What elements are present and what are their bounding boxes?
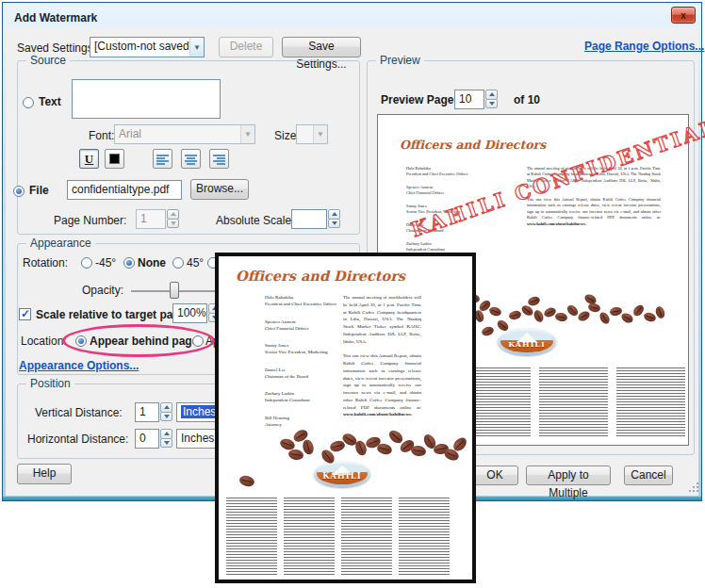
person-entry: Spencer Anstem Chief Financial Officer bbox=[265, 318, 348, 333]
preview-legend: Preview bbox=[376, 54, 424, 67]
vertical-distance-spinner[interactable] bbox=[160, 402, 172, 422]
preview-page-spinner[interactable] bbox=[485, 90, 498, 109]
person-title: Senior Vice President, Marketing bbox=[265, 349, 348, 355]
page-number-spinner[interactable] bbox=[167, 209, 179, 229]
chevron-down-icon: ▼ bbox=[240, 125, 254, 143]
preview-page-label: Preview Page bbox=[381, 93, 453, 106]
font-label: Font: bbox=[89, 129, 114, 142]
page-number-label: Page Number: bbox=[54, 214, 126, 227]
absolute-scale-spinner[interactable] bbox=[328, 209, 340, 229]
font-value: Arial bbox=[119, 127, 141, 140]
callout-doc-paragraphs: The annual meeting of stockholders will … bbox=[343, 294, 421, 418]
saved-settings-value: [Custom-not saved] bbox=[94, 40, 192, 53]
resize-grip[interactable] bbox=[689, 482, 698, 492]
screen: Add Watermark x Saved Settings: [Custom-… bbox=[0, 0, 705, 588]
scale-percent-input[interactable]: 100% bbox=[172, 303, 207, 323]
rotation-minus45-label: -45° bbox=[95, 256, 116, 270]
person-name: Halo Kahakika bbox=[265, 294, 348, 301]
chevron-down-icon: ▼ bbox=[313, 125, 327, 143]
dialog-title: Add Watermark bbox=[14, 11, 97, 24]
page-range-options-link[interactable]: Page Range Options... bbox=[584, 40, 704, 53]
person-title: President and Chief Executive Officer bbox=[406, 172, 519, 177]
browse-button[interactable]: Browse... bbox=[190, 179, 249, 200]
opacity-slider-thumb[interactable] bbox=[170, 282, 179, 299]
doc-body-text-column bbox=[539, 368, 608, 437]
align-center-button[interactable] bbox=[181, 149, 201, 169]
align-left-icon bbox=[156, 154, 169, 165]
align-left-button[interactable] bbox=[153, 149, 172, 169]
file-radio-label: File bbox=[29, 184, 49, 197]
file-name-input[interactable]: confidentialtype.pdf bbox=[67, 180, 182, 200]
person-name: Daniel Lee bbox=[265, 367, 348, 373]
save-settings-button[interactable]: Save Settings... bbox=[282, 37, 361, 57]
preview-page-total: of 10 bbox=[514, 93, 540, 106]
person-name: Bill Henning bbox=[265, 415, 348, 421]
scale-relative-label: Scale relative to target page bbox=[36, 308, 186, 321]
text-radio-label: Text bbox=[39, 95, 61, 108]
align-right-icon bbox=[213, 154, 225, 165]
callout-doc-names: Halo Kahakika President and Chief Execut… bbox=[265, 294, 348, 438]
font-color-button[interactable] bbox=[105, 149, 124, 169]
close-icon[interactable]: x bbox=[671, 7, 696, 24]
scale-relative-checkbox[interactable] bbox=[19, 308, 31, 320]
vertical-distance-input[interactable]: 1 bbox=[135, 402, 159, 422]
delete-button[interactable]: Delete bbox=[219, 37, 273, 57]
person-entry: Zachary Larkin Independent Consultant bbox=[406, 241, 519, 253]
doc-paragraph: You can view this Annual Report, obtain … bbox=[527, 197, 661, 227]
person-entry: Halo Kahakika President and Chief Execut… bbox=[265, 294, 348, 308]
horizontal-distance-input[interactable]: 0 bbox=[135, 429, 159, 449]
apply-to-multiple-button[interactable]: Apply to Multiple bbox=[526, 466, 611, 485]
rotation-none-radio[interactable] bbox=[123, 257, 135, 269]
rotation-45-radio[interactable] bbox=[172, 257, 184, 269]
horizontal-distance-spinner[interactable] bbox=[160, 429, 172, 449]
person-entry: Zachary Larkin Independent Consultant bbox=[265, 390, 348, 404]
rotation-minus45-radio[interactable] bbox=[81, 257, 92, 269]
underline-button[interactable]: U bbox=[79, 149, 99, 169]
help-button[interactable]: Help bbox=[17, 464, 72, 484]
opacity-label: Opacity: bbox=[82, 284, 123, 297]
align-right-button[interactable] bbox=[209, 149, 229, 169]
person-entry: Halo Kahakika President and Chief Execut… bbox=[406, 166, 519, 177]
page-number-input[interactable]: 1 bbox=[136, 209, 166, 229]
cancel-button[interactable]: Cancel bbox=[624, 466, 673, 485]
preview-page-input[interactable]: 10 bbox=[454, 90, 484, 109]
text-radio[interactable] bbox=[23, 97, 34, 108]
vertical-units-value: Inches bbox=[181, 405, 218, 418]
preview-doc-heading: Officers and Directors bbox=[400, 138, 546, 152]
doc-body-text-column bbox=[284, 498, 335, 577]
ok-button[interactable]: OK bbox=[471, 466, 518, 485]
appearance-options-link[interactable]: Appearance Options... bbox=[19, 359, 139, 372]
person-entry: Sunny Jones Senior Vice President, Marke… bbox=[265, 342, 348, 356]
horizontal-distance-label: Horizontal Distance: bbox=[27, 433, 128, 446]
doc-paragraph: You can view this Annual Report, obtain … bbox=[343, 352, 421, 418]
saved-settings-select[interactable]: [Custom-not saved] ▼ bbox=[90, 37, 205, 57]
horizontal-units-value: Inches bbox=[181, 432, 214, 445]
person-title: Independent Consultant bbox=[265, 397, 348, 403]
person-title: Attorney bbox=[265, 421, 348, 428]
saved-settings-label: Saved Settings: bbox=[17, 41, 96, 55]
file-radio[interactable] bbox=[13, 186, 25, 197]
person-name: Sunny Jones bbox=[265, 342, 348, 349]
absolute-scale-input[interactable] bbox=[291, 209, 327, 229]
doc-body-text-column bbox=[341, 498, 392, 577]
size-select[interactable]: ▼ bbox=[296, 124, 328, 144]
doc-body-text-column bbox=[616, 368, 685, 437]
location-label: Location: bbox=[21, 335, 67, 348]
annotation-highlight-ellipse bbox=[62, 324, 215, 357]
font-select[interactable]: Arial ▼ bbox=[114, 124, 255, 144]
rotation-none-label: None bbox=[138, 256, 166, 270]
callout-doc-heading: Officers and Directors bbox=[236, 268, 405, 284]
kahili-logo: KAHILI bbox=[498, 328, 556, 355]
person-title: Chief Financial Officer bbox=[265, 325, 348, 332]
rotation-45-label: 45° bbox=[187, 256, 204, 270]
watermark-text-input[interactable] bbox=[72, 79, 221, 119]
person-entry: Daniel Lee Chairman of the Board bbox=[265, 367, 348, 381]
person-entry: Bill Henning Attorney bbox=[265, 415, 348, 429]
align-center-icon bbox=[185, 154, 197, 165]
kahili-logo-text: KAHILI bbox=[317, 471, 368, 481]
chevron-down-icon: ▼ bbox=[189, 38, 204, 57]
source-legend: Source bbox=[26, 54, 70, 67]
kahili-logo: KAHILI bbox=[314, 461, 370, 487]
underline-icon: U bbox=[85, 153, 93, 165]
person-name: Zachary Larkin bbox=[265, 390, 348, 397]
